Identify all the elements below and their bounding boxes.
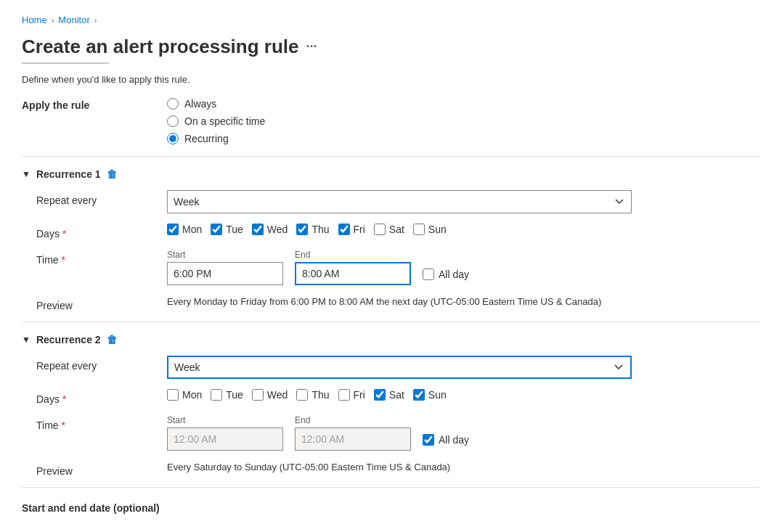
recurrence2-day-mon-label[interactable]: Mon bbox=[182, 389, 202, 401]
page-options-button[interactable]: ··· bbox=[306, 39, 317, 54]
recurrence2-day-tue-checkbox[interactable] bbox=[211, 389, 222, 401]
recurrence1-delete-icon[interactable]: 🗑 bbox=[107, 168, 117, 180]
recurrence1-day-wed-label[interactable]: Wed bbox=[267, 224, 288, 235]
recurrence1-time-content: Start End All day bbox=[167, 250, 760, 285]
recurrence1-end-field: End bbox=[295, 250, 411, 285]
recurrence1-day-mon-checkbox[interactable] bbox=[167, 224, 179, 235]
breadcrumb-home[interactable]: Home bbox=[22, 15, 47, 25]
apply-rule-label: Apply the rule bbox=[22, 98, 167, 144]
recurrence1-all-day[interactable]: All day bbox=[423, 269, 469, 280]
radio-specific-input[interactable] bbox=[167, 115, 179, 127]
recurrence1-day-tue[interactable]: Tue bbox=[211, 224, 243, 235]
recurrence2-day-tue-label[interactable]: Tue bbox=[226, 389, 243, 401]
recurrence2-day-fri-label[interactable]: Fri bbox=[354, 389, 365, 401]
recurrence1-day-tue-label[interactable]: Tue bbox=[226, 224, 243, 235]
recurrence2-days-required: * bbox=[62, 393, 66, 405]
recurrence2-day-thu-label[interactable]: Thu bbox=[311, 389, 329, 401]
recurrence2-time-row: Time * Start End All day bbox=[36, 415, 760, 451]
recurrence2-repeat-dropdown[interactable]: Week bbox=[167, 356, 632, 379]
recurrence2-all-day-label[interactable]: All day bbox=[439, 434, 469, 446]
recurrence2-repeat-content: Week bbox=[167, 356, 760, 379]
recurrence1-end-label: End bbox=[295, 250, 411, 260]
recurrence1-days-checkboxes: Mon Tue Wed Thu bbox=[167, 224, 760, 235]
recurrence1-day-thu-label[interactable]: Thu bbox=[311, 224, 329, 235]
recurrence2-day-fri-checkbox[interactable] bbox=[338, 389, 350, 401]
recurrence2-days-label: Days * bbox=[36, 389, 167, 405]
recurrence1-day-mon-label[interactable]: Mon bbox=[182, 224, 202, 235]
recurrence1-day-sat-checkbox[interactable] bbox=[374, 224, 386, 235]
page-title: Create an alert processing rule ··· bbox=[22, 36, 760, 58]
divider-after-recurrence2 bbox=[22, 487, 760, 488]
recurrence1-header[interactable]: ▼ Recurrence 1 🗑 bbox=[22, 168, 760, 180]
recurrence1-body: Repeat every Week Days * Mon bbox=[22, 190, 760, 311]
radio-always[interactable]: Always bbox=[167, 98, 760, 110]
recurrence1-day-sun-label[interactable]: Sun bbox=[428, 224, 447, 235]
recurrence2-title: Recurrence 2 bbox=[36, 334, 101, 345]
recurrence1-day-fri-checkbox[interactable] bbox=[338, 224, 350, 235]
radio-recurring-label[interactable]: Recurring bbox=[184, 133, 229, 144]
recurrence2-preview-text: Every Saturday to Sunday (UTC-05:00 East… bbox=[167, 462, 450, 472]
recurrence1-day-thu[interactable]: Thu bbox=[296, 224, 329, 235]
recurrence2-end-field: End bbox=[295, 415, 411, 451]
recurrence1-days-content: Mon Tue Wed Thu bbox=[167, 224, 760, 235]
recurrence2-header[interactable]: ▼ Recurrence 2 🗑 bbox=[22, 334, 760, 345]
recurrence1-day-sat[interactable]: Sat bbox=[374, 224, 404, 235]
recurrence2-day-sat[interactable]: Sat bbox=[374, 389, 404, 401]
breadcrumb-monitor[interactable]: Monitor bbox=[58, 15, 89, 25]
page-title-text: Create an alert processing rule bbox=[22, 36, 298, 58]
recurrence1-day-tue-checkbox[interactable] bbox=[211, 224, 222, 235]
recurrence1-time-required: * bbox=[61, 254, 65, 266]
radio-specific-time[interactable]: On a specific time bbox=[167, 115, 760, 127]
recurrence2-start-input[interactable] bbox=[167, 427, 283, 451]
recurrence2-day-sat-label[interactable]: Sat bbox=[389, 389, 404, 401]
recurrence2-time-inputs: Start End All day bbox=[167, 415, 760, 451]
recurrence2-all-day[interactable]: All day bbox=[423, 434, 469, 446]
recurrence1-day-fri-label[interactable]: Fri bbox=[354, 224, 365, 235]
recurrence1-repeat-row: Repeat every Week bbox=[36, 190, 760, 213]
recurrence2-day-tue[interactable]: Tue bbox=[211, 389, 243, 401]
recurrence2-preview-content: Every Saturday to Sunday (UTC-05:00 East… bbox=[167, 461, 760, 472]
recurrence1-day-fri[interactable]: Fri bbox=[338, 224, 365, 235]
recurrence2-day-wed-label[interactable]: Wed bbox=[267, 389, 288, 401]
recurrence2-days-checkboxes: Mon Tue Wed Thu bbox=[167, 389, 760, 401]
recurrence2-start-label: Start bbox=[167, 415, 283, 425]
recurrence2-day-mon[interactable]: Mon bbox=[167, 389, 202, 401]
recurrence1-day-thu-checkbox[interactable] bbox=[296, 224, 308, 235]
recurrence1-day-sun-checkbox[interactable] bbox=[413, 224, 425, 235]
radio-recurring[interactable]: Recurring bbox=[167, 133, 760, 144]
recurrence2-all-day-checkbox[interactable] bbox=[423, 434, 434, 446]
recurrence2-repeat-row: Repeat every Week bbox=[36, 356, 760, 379]
recurrence1-day-wed[interactable]: Wed bbox=[252, 224, 288, 235]
recurrence1-start-input[interactable] bbox=[167, 262, 283, 285]
recurrence2-day-fri[interactable]: Fri bbox=[338, 389, 365, 401]
recurrence2-delete-icon[interactable]: 🗑 bbox=[107, 334, 117, 345]
recurrence1-chevron-icon: ▼ bbox=[22, 169, 30, 179]
recurrence1-all-day-checkbox[interactable] bbox=[423, 269, 434, 280]
recurrence1-day-mon[interactable]: Mon bbox=[167, 224, 202, 235]
radio-always-input[interactable] bbox=[167, 98, 179, 110]
recurrence1-all-day-label[interactable]: All day bbox=[439, 269, 469, 280]
recurrence2-day-sun[interactable]: Sun bbox=[413, 389, 447, 401]
radio-always-label[interactable]: Always bbox=[184, 98, 216, 110]
recurrence2-day-wed-checkbox[interactable] bbox=[252, 389, 264, 401]
recurrence2-days-content: Mon Tue Wed Thu bbox=[167, 389, 760, 401]
recurrence2-day-mon-checkbox[interactable] bbox=[167, 389, 179, 401]
recurrence2-day-sat-checkbox[interactable] bbox=[374, 389, 386, 401]
recurrence2-day-sun-label[interactable]: Sun bbox=[428, 389, 447, 401]
recurrence2-chevron-icon: ▼ bbox=[22, 335, 30, 345]
recurrence2-day-wed[interactable]: Wed bbox=[252, 389, 288, 401]
recurrence1-days-label: Days * bbox=[36, 224, 167, 240]
radio-recurring-input[interactable] bbox=[167, 133, 179, 144]
recurrence2-end-input[interactable] bbox=[295, 427, 411, 451]
recurrence1-end-input[interactable] bbox=[295, 262, 411, 285]
radio-specific-label[interactable]: On a specific time bbox=[184, 115, 265, 127]
recurrence1-day-sat-label[interactable]: Sat bbox=[389, 224, 404, 235]
recurrence2-day-sun-checkbox[interactable] bbox=[413, 389, 425, 401]
recurrence2-start-field: Start bbox=[167, 415, 283, 451]
recurrence1-day-wed-checkbox[interactable] bbox=[252, 224, 264, 235]
radio-group-apply-rule: Always On a specific time Recurring bbox=[167, 98, 760, 144]
recurrence2-day-thu-checkbox[interactable] bbox=[296, 389, 308, 401]
recurrence1-repeat-dropdown[interactable]: Week bbox=[167, 190, 632, 213]
recurrence2-day-thu[interactable]: Thu bbox=[296, 389, 329, 401]
recurrence1-day-sun[interactable]: Sun bbox=[413, 224, 447, 235]
